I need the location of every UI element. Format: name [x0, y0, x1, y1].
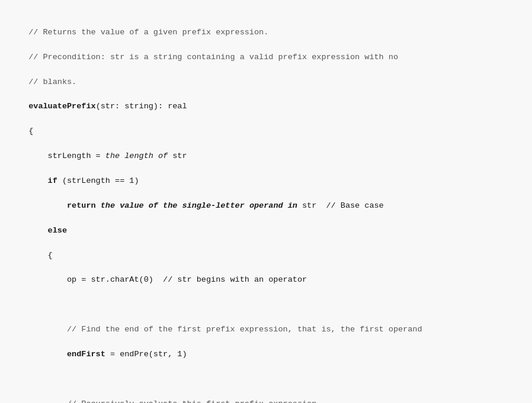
line-comment-find-first: // Find the end of the first prefix expr… — [28, 325, 422, 334]
line-if: if (strLength == 1) — [28, 176, 139, 185]
line-comment-2: // Precondition: str is a string contain… — [28, 53, 398, 62]
code-block: // Returns the value of a given prefix e… — [19, 14, 513, 403]
line-op: op = str.charAt(0) // str begins with an… — [28, 275, 307, 284]
line-comment-recursive: // Recursively evaluate this first prefi… — [28, 399, 316, 403]
line-comment-1: // Returns the value of a given prefix e… — [28, 28, 268, 37]
line-brace-open: { — [28, 127, 33, 136]
line-endfirst: endFirst = endPre(str, 1) — [28, 350, 187, 359]
line-else: else — [28, 226, 67, 235]
line-comment-3: // blanks. — [28, 78, 76, 86]
line-signature: evaluatePrefix(str: string): real — [28, 102, 187, 111]
line-inner-brace-open: { — [28, 251, 53, 260]
line-return-base: return the value of the single-letter op… — [28, 201, 384, 210]
line-strlength: strLength = the length of str — [28, 151, 187, 160]
